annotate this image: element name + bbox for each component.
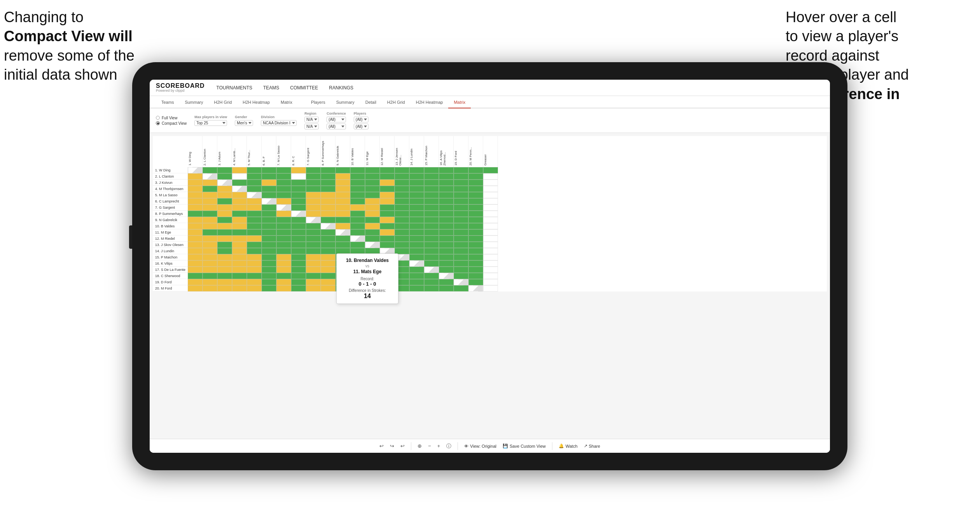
grid-cell[interactable] <box>335 192 350 198</box>
grid-cell[interactable] <box>483 267 498 273</box>
grid-cell[interactable] <box>188 223 203 229</box>
grid-cell[interactable] <box>232 260 247 267</box>
tab-h2h-grid[interactable]: H2H Grid <box>208 96 237 108</box>
grid-cell[interactable] <box>203 186 217 192</box>
grid-cell[interactable] <box>188 204 203 211</box>
grid-cell[interactable] <box>483 242 498 248</box>
grid-cell[interactable] <box>409 204 424 211</box>
grid-cell[interactable] <box>247 167 262 173</box>
grid-cell[interactable] <box>350 198 365 204</box>
grid-cell[interactable] <box>321 242 335 248</box>
grid-cell[interactable] <box>232 180 247 186</box>
grid-cell[interactable] <box>232 217 247 223</box>
grid-cell[interactable] <box>335 242 350 248</box>
grid-cell[interactable] <box>247 273 262 279</box>
grid-cell[interactable] <box>483 186 498 192</box>
grid-cell[interactable] <box>439 260 454 267</box>
nav-committee[interactable]: COMMITTEE <box>290 85 318 91</box>
grid-cell[interactable] <box>203 192 217 198</box>
grid-cell[interactable] <box>262 211 276 217</box>
grid-cell[interactable] <box>395 242 409 248</box>
grid-cell[interactable] <box>424 236 439 242</box>
grid-cell[interactable] <box>217 242 232 248</box>
grid-cell[interactable] <box>276 204 291 211</box>
grid-cell[interactable] <box>439 217 454 223</box>
region-select[interactable]: N/A <box>304 117 319 122</box>
grid-cell[interactable] <box>439 229 454 236</box>
grid-cell[interactable] <box>468 217 483 223</box>
grid-cell[interactable] <box>468 173 483 180</box>
grid-cell[interactable] <box>188 211 203 217</box>
grid-cell[interactable] <box>247 180 262 186</box>
grid-cell[interactable] <box>291 211 306 217</box>
grid-cell[interactable] <box>291 285 306 291</box>
grid-cell[interactable] <box>365 204 380 211</box>
grid-cell[interactable] <box>409 167 424 173</box>
grid-cell[interactable] <box>365 180 380 186</box>
grid-cell[interactable] <box>247 254 262 260</box>
grid-cell[interactable] <box>454 180 468 186</box>
grid-cell[interactable] <box>188 279 203 285</box>
grid-cell[interactable] <box>424 167 439 173</box>
grid-cell[interactable] <box>424 180 439 186</box>
grid-cell[interactable] <box>291 229 306 236</box>
grid-cell[interactable] <box>247 223 262 229</box>
region-select-2[interactable]: N/A <box>304 124 319 129</box>
grid-cell[interactable] <box>468 192 483 198</box>
grid-cell[interactable] <box>409 217 424 223</box>
grid-cell[interactable] <box>306 279 321 285</box>
grid-cell[interactable] <box>409 267 424 273</box>
grid-cell[interactable] <box>306 267 321 273</box>
grid-cell[interactable] <box>217 254 232 260</box>
grid-cell[interactable] <box>291 223 306 229</box>
grid-cell[interactable] <box>439 180 454 186</box>
grid-cell[interactable] <box>439 192 454 198</box>
grid-cell[interactable] <box>454 229 468 236</box>
grid-cell[interactable] <box>291 242 306 248</box>
grid-cell[interactable] <box>409 254 424 260</box>
grid-cell[interactable] <box>217 198 232 204</box>
grid-cell[interactable] <box>454 211 468 217</box>
grid-cell[interactable] <box>291 248 306 254</box>
grid-cell[interactable] <box>335 180 350 186</box>
grid-cell[interactable] <box>217 279 232 285</box>
grid-cell[interactable] <box>291 180 306 186</box>
grid-cell[interactable] <box>232 267 247 273</box>
grid-cell[interactable] <box>262 267 276 273</box>
grid-cell[interactable] <box>247 173 262 180</box>
grid-cell[interactable] <box>483 204 498 211</box>
grid-cell[interactable] <box>454 279 468 285</box>
grid-cell[interactable] <box>232 273 247 279</box>
grid-cell[interactable] <box>395 229 409 236</box>
grid-cell[interactable] <box>380 186 395 192</box>
grid-cell[interactable] <box>321 211 335 217</box>
grid-cell[interactable] <box>203 198 217 204</box>
grid-cell[interactable] <box>335 173 350 180</box>
grid-cell[interactable] <box>276 167 291 173</box>
grid-cell[interactable] <box>232 242 247 248</box>
grid-cell[interactable] <box>247 260 262 267</box>
grid-cell[interactable] <box>276 279 291 285</box>
grid-cell[interactable] <box>483 167 498 173</box>
grid-cell[interactable] <box>468 260 483 267</box>
grid-cell[interactable] <box>232 204 247 211</box>
grid-cell[interactable] <box>439 223 454 229</box>
grid-cell[interactable] <box>188 217 203 223</box>
grid-cell[interactable] <box>439 167 454 173</box>
conference-select-2[interactable]: (All) <box>327 124 346 129</box>
grid-cell[interactable] <box>217 267 232 273</box>
grid-cell[interactable] <box>217 180 232 186</box>
grid-cell[interactable] <box>262 180 276 186</box>
grid-cell[interactable] <box>321 223 335 229</box>
compact-view-radio[interactable]: Compact View <box>156 121 187 126</box>
grid-cell[interactable] <box>439 236 454 242</box>
grid-cell[interactable] <box>365 192 380 198</box>
grid-cell[interactable] <box>483 279 498 285</box>
conference-select[interactable]: (All) <box>327 117 346 122</box>
grid-cell[interactable] <box>321 204 335 211</box>
grid-cell[interactable] <box>217 173 232 180</box>
grid-cell[interactable] <box>291 254 306 260</box>
grid-cell[interactable] <box>483 217 498 223</box>
grid-cell[interactable] <box>291 167 306 173</box>
grid-cell[interactable] <box>291 217 306 223</box>
